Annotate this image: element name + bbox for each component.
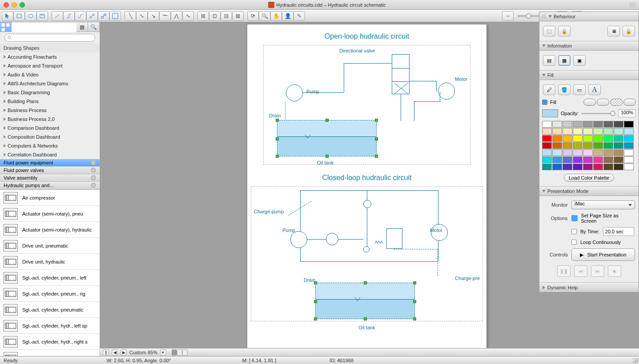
color-swatch[interactable] bbox=[552, 142, 562, 149]
shape-item[interactable]: Sgl.-act. cylinder, hydraulic bbox=[0, 350, 100, 356]
inspector-behaviour-header[interactable]: Behaviour bbox=[539, 12, 639, 21]
connector-tool-1[interactable] bbox=[52, 11, 63, 21]
connector-tool-4[interactable] bbox=[86, 11, 98, 21]
color-swatch[interactable] bbox=[624, 149, 634, 156]
color-swatch[interactable] bbox=[542, 156, 552, 163]
connector-tool-3[interactable] bbox=[75, 11, 86, 21]
color-swatch[interactable] bbox=[573, 135, 583, 142]
color-swatch[interactable] bbox=[603, 142, 613, 149]
info-btn-3[interactable]: ▣ bbox=[573, 55, 586, 66]
color-swatch[interactable] bbox=[603, 149, 613, 156]
color-swatch[interactable] bbox=[563, 164, 572, 170]
library-search-input[interactable] bbox=[4, 34, 95, 42]
color-swatch[interactable] bbox=[624, 121, 634, 128]
behaviour-btn-3[interactable]: 🖥 bbox=[607, 26, 620, 36]
sublibrary-row[interactable]: Valve assembly× bbox=[0, 174, 100, 182]
fill-tab-bucket[interactable]: 🪣 bbox=[558, 84, 571, 95]
color-swatch[interactable] bbox=[603, 156, 613, 163]
color-swatch[interactable] bbox=[624, 128, 634, 135]
category-item[interactable]: Business Process 2,0 bbox=[0, 115, 100, 124]
color-swatch[interactable] bbox=[552, 128, 562, 135]
category-item[interactable]: Business Process bbox=[0, 106, 100, 115]
shape-item[interactable]: Air compressor bbox=[0, 190, 100, 206]
shape-item[interactable]: Drive unit, hydraulic bbox=[0, 254, 100, 270]
color-swatch[interactable] bbox=[583, 142, 593, 149]
color-swatch[interactable] bbox=[593, 121, 603, 128]
library-search-button[interactable]: 🔍 bbox=[88, 22, 100, 32]
oil-tank-shape-2[interactable] bbox=[315, 283, 415, 319]
pointer-tool[interactable] bbox=[2, 11, 13, 21]
library-tab-shapes[interactable] bbox=[0, 22, 12, 32]
color-swatch[interactable] bbox=[583, 128, 593, 135]
shape-item[interactable]: Actuator (semi-rotary), pneu bbox=[0, 206, 100, 222]
stop-button[interactable]: ■ bbox=[608, 265, 621, 277]
color-swatch[interactable] bbox=[624, 142, 634, 149]
person-tool[interactable]: 👤 bbox=[282, 11, 293, 21]
prev-slide-button[interactable]: ⏮ bbox=[574, 265, 587, 277]
resize-grip[interactable] bbox=[633, 358, 638, 363]
category-item[interactable]: Accounting Flowcharts bbox=[0, 52, 100, 61]
ellipse-tool[interactable] bbox=[25, 11, 36, 21]
info-btn-1[interactable]: ▤ bbox=[543, 55, 555, 66]
color-swatch[interactable] bbox=[542, 164, 552, 170]
fill-type-gradient[interactable] bbox=[597, 99, 609, 106]
rect-tool[interactable] bbox=[13, 11, 25, 21]
zoom-window-button[interactable] bbox=[20, 2, 25, 8]
color-swatch[interactable] bbox=[624, 135, 634, 142]
fill-tab-brush[interactable]: 🖊 bbox=[543, 84, 555, 95]
line-tool-3[interactable]: ↘ bbox=[148, 11, 159, 21]
color-swatch[interactable] bbox=[563, 121, 572, 128]
oil-tank-shape-1[interactable] bbox=[277, 120, 377, 156]
opacity-slider[interactable] bbox=[581, 113, 615, 114]
page-next-button[interactable]: ▶ bbox=[121, 349, 127, 356]
color-swatch[interactable] bbox=[614, 156, 623, 163]
fill-tab-text[interactable]: A bbox=[588, 84, 601, 95]
line-tool-2[interactable]: ⤡ bbox=[136, 11, 148, 21]
color-swatch[interactable] bbox=[573, 142, 583, 149]
group-tool-1[interactable]: ⊞ bbox=[197, 11, 209, 21]
group-tool-2[interactable]: ⊡ bbox=[209, 11, 221, 21]
color-swatch[interactable] bbox=[552, 135, 562, 142]
polyline-tool[interactable]: ⋀ bbox=[171, 11, 182, 21]
close-icon[interactable]: × bbox=[91, 168, 96, 173]
category-item[interactable]: Computers & Networks bbox=[0, 141, 100, 150]
drawing-page[interactable]: Open-loop hudraulic circuit Directional … bbox=[247, 24, 487, 355]
minimize-window-button[interactable] bbox=[12, 2, 17, 8]
color-swatch[interactable] bbox=[593, 142, 603, 149]
line-tool-1[interactable]: ╲ bbox=[125, 11, 136, 21]
zoom-tool[interactable]: 🔍 bbox=[259, 11, 270, 21]
color-swatch[interactable] bbox=[542, 128, 552, 135]
behaviour-btn-4[interactable]: 🔓 bbox=[623, 26, 635, 36]
shape-item[interactable]: Sgl.-act. cylinder, hydr., left sp bbox=[0, 318, 100, 334]
group-tool-4[interactable]: ⊠ bbox=[232, 11, 244, 21]
color-swatch[interactable] bbox=[593, 156, 603, 163]
fill-tab-shadow[interactable]: ▭ bbox=[573, 84, 586, 95]
fill-type-pattern[interactable] bbox=[610, 99, 623, 106]
color-swatch[interactable] bbox=[542, 121, 552, 128]
color-swatch[interactable] bbox=[542, 135, 552, 142]
color-swatch[interactable] bbox=[552, 121, 562, 128]
color-swatch[interactable] bbox=[563, 135, 572, 142]
curve-tool[interactable]: 〜 bbox=[159, 11, 171, 21]
fill-type-image[interactable] bbox=[623, 99, 636, 106]
start-presentation-button[interactable]: ▶Start Presentation bbox=[571, 248, 635, 261]
by-time-checkbox[interactable] bbox=[571, 229, 577, 234]
inspector-dynamic-help-header[interactable]: Dynamic Help bbox=[539, 283, 639, 292]
zoom-dropdown[interactable]: ▾ bbox=[160, 349, 166, 356]
shape-item[interactable]: Sgl.-act. cylinder, hydr., right s bbox=[0, 334, 100, 350]
monitor-select[interactable]: iMac bbox=[571, 200, 635, 209]
close-icon[interactable]: × bbox=[91, 175, 96, 180]
behaviour-lock-button[interactable]: 🔒 bbox=[558, 26, 571, 36]
color-swatch[interactable] bbox=[573, 149, 583, 156]
connector-tool-6[interactable] bbox=[109, 11, 121, 21]
color-swatch[interactable] bbox=[593, 149, 603, 156]
close-window-button[interactable] bbox=[4, 2, 9, 8]
category-item[interactable]: Correlation Dashboard bbox=[0, 150, 100, 159]
color-swatch[interactable] bbox=[563, 156, 572, 163]
color-swatch[interactable] bbox=[603, 128, 613, 135]
color-swatch[interactable] bbox=[593, 164, 603, 170]
color-swatch[interactable] bbox=[552, 156, 562, 163]
color-swatch[interactable] bbox=[624, 156, 634, 163]
inspector-information-header[interactable]: Information bbox=[539, 41, 639, 51]
color-swatch[interactable] bbox=[552, 149, 562, 156]
